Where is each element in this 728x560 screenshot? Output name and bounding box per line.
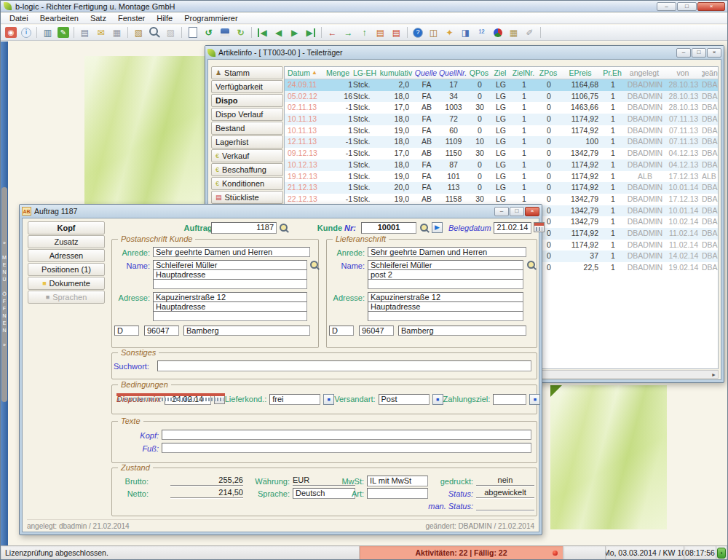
toolbar-separator[interactable] [319, 25, 324, 39]
sidebar-dispo-verlauf[interactable]: Dispo Verlauf [211, 108, 283, 121]
name-search-icon[interactable] [526, 260, 536, 269]
calendar-icon[interactable] [534, 222, 545, 232]
sidebar-beschaffung[interactable]: €Beschaffung [211, 163, 283, 176]
search-folder-icon[interactable]: ▧ [131, 25, 146, 39]
organizer-icon[interactable]: ▦ [506, 25, 521, 39]
ort-input[interactable]: Bamberg [183, 326, 310, 336]
save-icon[interactable] [217, 25, 232, 39]
column-header[interactable]: QuellNr. [438, 67, 469, 79]
menu-item[interactable]: Bearbeiten [34, 13, 84, 23]
table-row[interactable]: 10.11.13 1 Stck. 18,0 FA 72 0 LG 1 0 117… [285, 114, 718, 125]
tab-zusatz[interactable]: Zusatz [28, 235, 105, 248]
toolbar-separator[interactable] [249, 25, 254, 39]
column-header[interactable]: geänd [702, 67, 719, 79]
zahlungsziel-input[interactable] [493, 394, 526, 405]
belegdatum-input[interactable]: 21.02.14 [494, 222, 531, 234]
versandart-input[interactable]: Post [379, 394, 430, 405]
name-input-2[interactable]: post 2 [368, 269, 523, 280]
statistics-pie-icon[interactable] [490, 25, 505, 39]
adresse-input-3[interactable] [368, 311, 523, 321]
suchwort-input[interactable] [157, 360, 531, 371]
sidebar-verfuegbarkeit[interactable]: Verfügbarkeit [211, 80, 283, 93]
toolbar-separator[interactable] [71, 25, 76, 39]
lieferkond-lookup-button[interactable]: ■ [323, 394, 334, 405]
table-row[interactable]: 21.12.13 1 Stck. 20,0 FA 113 0 LG 1 0 11… [285, 182, 718, 194]
name-input-3[interactable] [153, 279, 307, 289]
menu-item[interactable]: Hilfe [151, 13, 178, 23]
restore-button[interactable]: □ [510, 207, 524, 216]
restore-button[interactable]: □ [692, 48, 706, 58]
sidebar-stueckliste[interactable]: ▤Stückliste [211, 191, 283, 204]
column-header[interactable]: ZPos [537, 67, 561, 79]
close-button[interactable]: × [697, 2, 725, 11]
menu-item[interactable]: Fenster [112, 13, 151, 23]
redo-icon[interactable]: ↻ [233, 25, 248, 39]
minimize-button[interactable]: – [494, 207, 509, 216]
plz-input[interactable]: 96047 [144, 326, 179, 336]
table-row[interactable]: 19.12.13 1 Stck. 19,0 FA 101 0 LG 1 0 11… [285, 171, 718, 183]
table-row[interactable]: 10.12.13 1 Stck. 18,0 FA 87 0 LG 1 0 117… [285, 159, 718, 171]
sidebar-stamm[interactable]: ♟Stamm [211, 66, 283, 79]
name-input-1[interactable]: Schleiferei Müller [368, 260, 523, 270]
anrede-input[interactable]: Sehr geehrte Damen und Herren [153, 247, 310, 257]
last-record-icon[interactable]: ▶ [303, 25, 318, 39]
preview-icon[interactable]: ▥ [40, 25, 55, 39]
sidebar-bestand[interactable]: Bestand [211, 122, 283, 135]
menu-open-strip[interactable]: » MENÜ ÖFFNEN » [1, 187, 7, 402]
next-record-icon[interactable]: ▶ [287, 25, 302, 39]
menu-item[interactable]: Datei [4, 13, 34, 23]
table-row[interactable]: 09.12.13 -1 Stck. 17,0 AB 1150 30 LG 1 0… [285, 148, 718, 159]
catalog-book-icon[interactable]: ▤ [389, 25, 404, 39]
toolbar-separator[interactable] [405, 25, 410, 39]
protocol-doc-icon[interactable]: ◨ [458, 25, 473, 39]
cash-register-icon[interactable]: ▦ [109, 25, 124, 39]
kunde-open-button[interactable]: ▶ [432, 222, 443, 233]
column-header[interactable]: angelegt [625, 67, 665, 79]
column-header[interactable]: von [665, 67, 702, 79]
new-record-icon[interactable] [185, 25, 200, 39]
toolbar-separator[interactable] [179, 25, 184, 39]
back-exit-icon[interactable]: ← [325, 25, 340, 39]
kopf-input[interactable] [162, 430, 531, 440]
menu-item[interactable]: Satz [84, 13, 112, 23]
door-key-icon[interactable]: ◫ [426, 25, 441, 39]
table-row[interactable]: 24.09.11 1 Stck. 2,0 FA 17 0 LG 1 0 1164… [285, 79, 718, 91]
column-header[interactable]: QPos [469, 67, 491, 79]
plz-input[interactable]: 96047 [359, 326, 394, 336]
versandart-lookup-button[interactable]: ■ [432, 394, 443, 405]
toolbar-separator[interactable] [125, 25, 130, 39]
sidebar-lagerhist[interactable]: Lagerhist [211, 135, 283, 149]
edit-mode-icon[interactable]: ✎ [58, 27, 69, 38]
adresse-input-3[interactable] [153, 311, 307, 321]
menu-item[interactable]: Programmierer [178, 13, 243, 23]
auftrag-search-icon[interactable] [279, 223, 288, 232]
calendar-icon[interactable] [214, 394, 225, 404]
name-input-1[interactable]: Schleiferei Müller [153, 260, 307, 270]
column-header[interactable]: ZielNr. [511, 67, 537, 79]
fuss-input[interactable] [162, 443, 531, 453]
land-input[interactable]: D [329, 326, 354, 336]
column-header[interactable]: Pr.Eh [601, 67, 625, 79]
close-button[interactable]: × [525, 207, 539, 216]
restore-button[interactable]: □ [677, 2, 697, 11]
paste-icon[interactable]: ▨ [163, 25, 178, 39]
artikelinfo-titlebar[interactable]: Artikelinfo - [ TT003-00 ] - Teileträger… [205, 46, 724, 59]
tab-sprachen[interactable]: ■Sprachen [28, 291, 105, 304]
minimize-button[interactable]: – [676, 48, 691, 58]
mail-icon[interactable]: ✉ [93, 25, 108, 39]
adresse-input-2[interactable]: Hauptadresse [368, 301, 523, 312]
table-row[interactable]: 12.11.13 -1 Stck. 18,0 AB 1109 10 LG 1 0… [285, 136, 718, 148]
sidebar-verkauf[interactable]: €Verkauf [211, 149, 283, 162]
prev-record-icon[interactable]: ◀ [271, 25, 286, 39]
adresse-input-1[interactable]: Kapuzinerstraße 12 [368, 292, 523, 302]
note-edit-icon[interactable]: ✐ [522, 25, 537, 39]
activities-indicator[interactable]: Aktivitäten: 22 | Fällig: 22 [360, 546, 563, 559]
anrede-input[interactable]: Sehr geehrte Damen und Herren [368, 247, 526, 257]
first-record-icon[interactable]: ◀ [255, 25, 270, 39]
help-icon[interactable]: ? [413, 28, 423, 38]
toolbar-separator[interactable] [34, 25, 39, 39]
key-icon[interactable]: ✦ [442, 25, 457, 39]
tab-kopf[interactable]: Kopf [28, 221, 105, 234]
name-search-icon[interactable] [309, 260, 319, 269]
toolbar-separator[interactable] [538, 25, 543, 39]
